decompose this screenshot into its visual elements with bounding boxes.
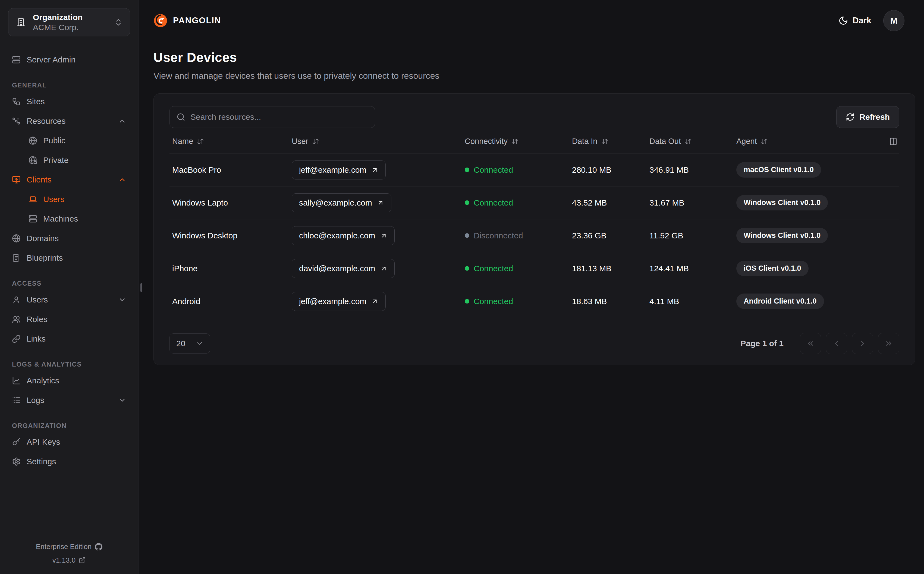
sidebar-item-clients[interactable]: Clients (8, 170, 130, 189)
next-page-button[interactable] (852, 333, 873, 354)
users-icon (12, 315, 20, 324)
sidebar-item-sites[interactable]: Sites (8, 92, 130, 111)
devices-table: Name User Connectivity Data In Data Out … (169, 129, 899, 318)
column-header-user[interactable]: User (292, 137, 462, 146)
sidebar-item-label: Public (43, 136, 65, 145)
building-icon (16, 17, 26, 28)
sidebar-item-server-admin[interactable]: Server Admin (8, 50, 130, 69)
columns-icon (889, 137, 898, 146)
section-label-logs-analytics: LOGS & ANALYTICS (12, 361, 130, 368)
section-label-organization: ORGANIZATION (12, 422, 130, 429)
sidebar-scrollbar-thumb[interactable] (140, 283, 142, 292)
column-header-name[interactable]: Name (172, 137, 289, 146)
sidebar-item-links[interactable]: Links (8, 329, 130, 348)
sidebar-item-label: Analytics (27, 376, 59, 385)
page-subtitle: View and manage devices that users use t… (153, 71, 909, 81)
version-label: v1.13.0 (52, 554, 76, 567)
search-icon (177, 113, 185, 121)
card-toolbar: Refresh (169, 106, 899, 128)
page-size-select[interactable]: 20 (169, 333, 210, 353)
globe-icon (28, 136, 37, 145)
device-name: MacBook Pro (169, 153, 289, 186)
globe-icon (12, 234, 20, 243)
sidebar-item-label: Private (43, 156, 68, 165)
user-link[interactable]: david@example.com (292, 259, 395, 278)
connectivity-status: Disconnected (465, 231, 569, 240)
column-header-agent[interactable]: Agent (736, 137, 880, 146)
page-head: User Devices View and manage devices tha… (139, 41, 924, 81)
sort-icon (601, 138, 609, 145)
search-input[interactable] (169, 106, 375, 128)
column-header-data-out[interactable]: Data Out (650, 137, 733, 146)
sort-icon (685, 138, 692, 145)
sidebar-item-settings[interactable]: Settings (8, 452, 130, 472)
data-out: 124.41 MB (647, 252, 733, 285)
sidebar-item-label: Blueprints (27, 253, 63, 263)
sidebar-item-blueprints[interactable]: Blueprints (8, 248, 130, 268)
sidebar-item-users[interactable]: Users (8, 290, 130, 309)
sidebar-item-logs[interactable]: Logs (8, 391, 130, 410)
moon-icon (839, 16, 848, 25)
chevrons-left-icon (806, 339, 815, 348)
chevron-right-icon (858, 339, 867, 348)
link-icon (12, 334, 20, 343)
sidebar-item-private[interactable]: Private (25, 150, 130, 170)
page-size-value: 20 (176, 339, 185, 348)
resources-icon (12, 117, 20, 125)
sidebar-item-roles[interactable]: Roles (8, 309, 130, 329)
organization-selector[interactable]: Organization ACME Corp. (8, 8, 130, 36)
device-name: Windows Lapto (169, 186, 289, 219)
sidebar-item-label: Resources (27, 117, 65, 126)
theme-toggle[interactable]: Dark (839, 16, 871, 25)
chevron-up-icon (118, 176, 126, 184)
sidebar-item-public[interactable]: Public (25, 131, 130, 150)
agent-badge: Android Client v0.1.0 (736, 293, 824, 309)
user-link[interactable]: jeff@example.com (292, 292, 386, 311)
version-link[interactable]: v1.13.0 (8, 554, 130, 567)
main-content: PANGOLIN Dark M User Devices View and ma… (139, 0, 924, 574)
sort-icon (312, 138, 319, 145)
blueprint-icon (12, 254, 20, 262)
section-label-access: ACCESS (12, 280, 130, 287)
edition-link[interactable]: Enterprise Edition (8, 540, 130, 554)
sidebar-item-resources[interactable]: Resources (8, 111, 130, 131)
sidebar-item-machines[interactable]: Machines (25, 209, 130, 229)
brand[interactable]: PANGOLIN (153, 14, 221, 28)
github-icon (95, 543, 102, 550)
user-icon (12, 295, 20, 304)
column-settings-button[interactable] (883, 137, 899, 146)
sidebar-item-api-keys[interactable]: API Keys (8, 432, 130, 452)
data-in: 280.10 MB (569, 153, 647, 186)
search-wrap (169, 106, 375, 128)
connectivity-status: Connected (465, 166, 569, 175)
user-link[interactable]: sally@example.com (292, 193, 391, 212)
data-out: 4.11 MB (647, 285, 733, 318)
last-page-button[interactable] (878, 333, 899, 354)
status-dot (465, 266, 469, 271)
page-label: Page 1 of 1 (741, 339, 784, 348)
server-icon (12, 55, 20, 64)
external-link-icon (79, 557, 86, 564)
sidebar-item-analytics[interactable]: Analytics (8, 371, 130, 391)
table-row: Windows Desktop chloe@example.com Discon… (169, 219, 899, 252)
prev-page-button[interactable] (826, 333, 847, 354)
refresh-label: Refresh (859, 112, 890, 121)
globe-lock-icon (28, 156, 37, 164)
table-header-row: Name User Connectivity Data In Data Out … (169, 129, 899, 153)
user-link[interactable]: chloe@example.com (292, 226, 395, 245)
avatar[interactable]: M (883, 10, 904, 31)
column-header-connectivity[interactable]: Connectivity (465, 137, 569, 146)
connectivity-status: Connected (465, 297, 569, 306)
sidebar-nav: Server Admin GENERAL Sites Resources Pub… (8, 50, 130, 540)
sidebar-item-label: Sites (27, 97, 45, 106)
sidebar-item-client-users[interactable]: Users (25, 189, 130, 209)
chevron-down-icon (118, 296, 126, 304)
gear-icon (12, 457, 20, 466)
arrow-up-right-icon (377, 199, 384, 207)
status-dot (465, 167, 469, 172)
user-link[interactable]: jeff@example.com (292, 161, 386, 180)
column-header-data-in[interactable]: Data In (572, 137, 647, 146)
refresh-button[interactable]: Refresh (836, 106, 899, 128)
sidebar-item-domains[interactable]: Domains (8, 229, 130, 248)
first-page-button[interactable] (800, 333, 821, 354)
